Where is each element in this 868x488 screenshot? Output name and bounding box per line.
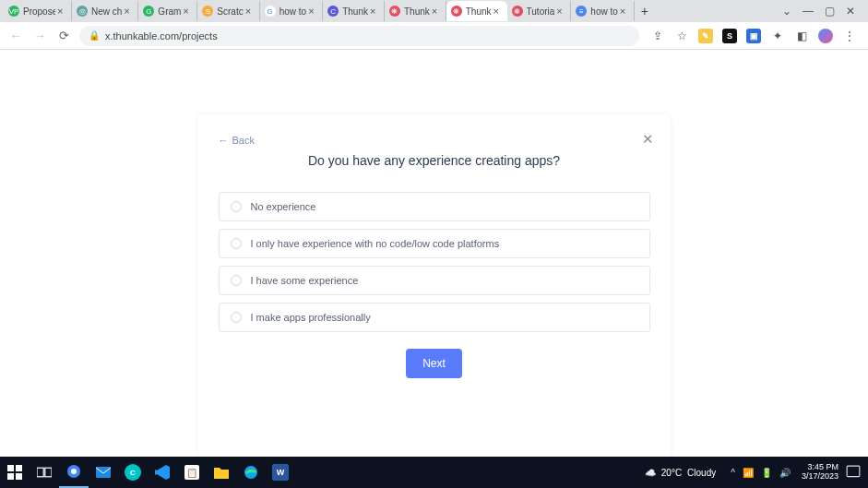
- url-text: x.thunkable.com/projects: [105, 30, 218, 42]
- clock-date: 3/17/2023: [802, 472, 838, 482]
- tray-battery-icon[interactable]: 🔋: [761, 468, 772, 478]
- tab-title: Gram: [158, 6, 181, 17]
- option-label: I make apps professionally: [251, 312, 371, 323]
- system-tray-area: ☁️ 20°C Cloudy ^ 📶 🔋 🔊 3:45 PM 3/17/2023: [645, 457, 868, 488]
- radio-icon: [231, 201, 242, 212]
- address-bar[interactable]: 🔒 x.thunkable.com/projects: [79, 26, 639, 46]
- back-button[interactable]: ← Back: [219, 135, 650, 146]
- tab-close-icon[interactable]: ×: [556, 6, 565, 17]
- weather-widget[interactable]: ☁️ 20°C Cloudy: [645, 468, 716, 478]
- tab-close-icon[interactable]: ×: [124, 6, 133, 17]
- tab-close-icon[interactable]: ×: [308, 6, 317, 17]
- taskbar-mail-icon[interactable]: [89, 457, 118, 488]
- back-label: Back: [232, 135, 255, 146]
- system-tray: ^ 📶 🔋 🔊: [731, 468, 791, 478]
- browser-tab[interactable]: SScratc×: [197, 1, 259, 21]
- radio-icon: [231, 238, 242, 249]
- extension-s-icon[interactable]: S: [722, 29, 737, 43]
- tab-strip: VPPropose×◎New ch×GGram×SScratc×Ghow to×…: [0, 0, 868, 22]
- tab-favicon-icon: G: [143, 6, 154, 17]
- nav-reload-button[interactable]: ⟳: [55, 28, 72, 44]
- maximize-button[interactable]: ▢: [825, 5, 835, 18]
- browser-tab[interactable]: GGram×: [138, 1, 197, 21]
- option-label: I only have experience with no code/low …: [251, 238, 500, 249]
- tray-chevron-icon[interactable]: ^: [731, 468, 735, 478]
- profile-avatar[interactable]: [818, 29, 833, 43]
- tab-close-icon[interactable]: ×: [370, 6, 379, 17]
- extension-yellow-icon[interactable]: ✎: [698, 29, 713, 43]
- option-no-code[interactable]: I only have experience with no code/low …: [219, 229, 650, 258]
- weather-desc: Cloudy: [687, 468, 716, 478]
- browser-tab[interactable]: ≡how to×: [571, 1, 634, 21]
- option-professional[interactable]: I make apps professionally: [219, 303, 650, 332]
- bookmark-icon[interactable]: ☆: [674, 29, 689, 43]
- sidepanel-icon[interactable]: ◧: [794, 29, 809, 43]
- tab-favicon-icon: ❋: [512, 6, 523, 17]
- browser-tab[interactable]: ❋Thunk×: [385, 1, 446, 21]
- toolbar: ← → ⟳ 🔒 x.thunkable.com/projects ⇪ ☆ ✎ S…: [0, 22, 868, 50]
- tab-favicon-icon: ◎: [77, 6, 88, 17]
- svg-rect-10: [847, 466, 860, 476]
- nav-back-button[interactable]: ←: [7, 28, 24, 44]
- taskbar-chrome-icon[interactable]: [59, 457, 89, 488]
- tab-close-icon[interactable]: ×: [183, 6, 192, 17]
- minimize-button[interactable]: —: [803, 5, 814, 18]
- tab-title: New ch: [91, 6, 122, 17]
- tab-favicon-icon: VP: [8, 6, 19, 17]
- toolbar-right: ⇪ ☆ ✎ S ▣ ✦ ◧ ⋮: [647, 29, 861, 43]
- nav-forward-button[interactable]: →: [31, 28, 48, 44]
- chevron-down-icon[interactable]: ⌄: [782, 5, 791, 18]
- taskbar-vscode-icon[interactable]: [148, 457, 177, 488]
- option-label: No experience: [251, 201, 316, 212]
- tab-title: how to: [590, 6, 617, 17]
- option-some-experience[interactable]: I have some experience: [219, 266, 650, 295]
- clock[interactable]: 3:45 PM 3/17/2023: [802, 463, 838, 482]
- tray-wifi-icon[interactable]: 📶: [743, 468, 754, 478]
- tab-close-icon[interactable]: ×: [245, 6, 255, 17]
- tab-title: Thunk: [404, 6, 430, 17]
- taskbar-app1-icon[interactable]: 📋: [177, 457, 207, 488]
- radio-icon: [231, 275, 242, 286]
- close-window-button[interactable]: ✕: [846, 5, 855, 18]
- browser-tab[interactable]: VPPropose×: [4, 1, 72, 21]
- new-tab-button[interactable]: +: [635, 1, 655, 21]
- tab-title: Propose: [23, 6, 55, 17]
- notifications-button[interactable]: [844, 457, 862, 488]
- taskbar-word-icon[interactable]: W: [266, 457, 295, 488]
- kebab-menu-icon[interactable]: ⋮: [842, 29, 857, 43]
- browser-tab[interactable]: ❋Thunk×: [446, 1, 507, 21]
- browser-tab[interactable]: Ghow to×: [260, 1, 323, 21]
- tab-close-icon[interactable]: ×: [620, 6, 629, 17]
- svg-rect-3: [16, 473, 22, 480]
- option-no-experience[interactable]: No experience: [219, 192, 650, 221]
- tab-favicon-icon: G: [265, 6, 276, 17]
- browser-tab[interactable]: ❋Tutoria×: [507, 1, 572, 21]
- puzzle-icon[interactable]: ✦: [770, 29, 785, 43]
- window-controls: ⌄—▢✕: [782, 5, 864, 18]
- tab-close-icon[interactable]: ×: [493, 6, 503, 17]
- tab-favicon-icon: ❋: [389, 6, 400, 17]
- tab-close-icon[interactable]: ×: [432, 6, 441, 17]
- svg-rect-2: [7, 473, 14, 480]
- weather-temp: 20°C: [661, 468, 682, 478]
- browser-tab[interactable]: CThunk×: [323, 1, 385, 21]
- next-button[interactable]: Next: [406, 349, 462, 378]
- task-view-button[interactable]: [30, 457, 59, 488]
- taskbar-edge-icon[interactable]: [236, 457, 266, 488]
- svg-point-7: [71, 469, 77, 474]
- tab-title: how to: [279, 6, 306, 17]
- extension-screenshot-icon[interactable]: ▣: [746, 29, 761, 43]
- taskbar-explorer-icon[interactable]: [207, 457, 236, 488]
- tab-close-icon[interactable]: ×: [57, 6, 66, 17]
- share-icon[interactable]: ⇪: [650, 29, 665, 43]
- browser-chrome: VPPropose×◎New ch×GGram×SScratc×Ghow to×…: [0, 0, 868, 50]
- browser-tab[interactable]: ◎New ch×: [72, 1, 138, 21]
- tray-volume-icon[interactable]: 🔊: [779, 468, 791, 478]
- radio-icon: [231, 312, 242, 323]
- tab-favicon-icon: S: [202, 6, 213, 17]
- svg-rect-5: [45, 468, 52, 477]
- close-button[interactable]: ✕: [642, 131, 654, 148]
- start-button[interactable]: [0, 457, 30, 488]
- tab-title: Thunk: [342, 6, 368, 17]
- taskbar-canva-icon[interactable]: C: [118, 457, 148, 488]
